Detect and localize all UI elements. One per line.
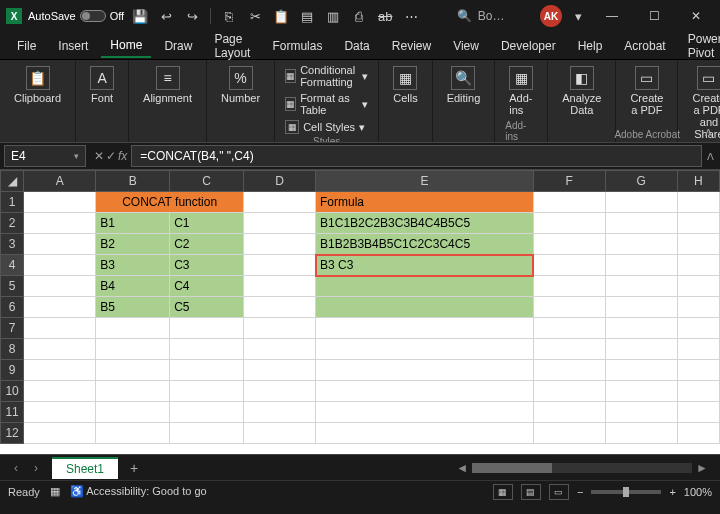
menu-view[interactable]: View: [444, 35, 488, 57]
close-icon[interactable]: ✕: [678, 2, 714, 30]
cell[interactable]: [244, 381, 316, 402]
copy-icon[interactable]: ⎘: [219, 6, 239, 26]
cell[interactable]: [170, 318, 244, 339]
cell[interactable]: [605, 381, 677, 402]
cell[interactable]: [244, 255, 316, 276]
save-icon[interactable]: 💾: [130, 6, 150, 26]
next-sheet-icon[interactable]: ›: [26, 461, 46, 475]
prev-sheet-icon[interactable]: ‹: [6, 461, 26, 475]
toggle-icon[interactable]: [80, 10, 106, 22]
cell[interactable]: [244, 192, 316, 213]
cell[interactable]: [605, 318, 677, 339]
name-box[interactable]: E4▾: [4, 145, 86, 167]
cell[interactable]: B5: [96, 297, 170, 318]
cell[interactable]: [170, 402, 244, 423]
editing-button[interactable]: 🔍Editing: [443, 64, 485, 106]
zoom-slider[interactable]: [591, 490, 661, 494]
fx-icon[interactable]: fx: [118, 149, 127, 163]
cell[interactable]: [533, 213, 605, 234]
zoom-in-icon[interactable]: +: [669, 486, 675, 498]
cell[interactable]: [677, 255, 719, 276]
cell[interactable]: C4: [170, 276, 244, 297]
cell[interactable]: [605, 402, 677, 423]
cell[interactable]: [677, 318, 719, 339]
redo-icon[interactable]: ↪: [182, 6, 202, 26]
cell[interactable]: B1B2B3B4B5C1C2C3C4C5: [316, 234, 534, 255]
cell[interactable]: [533, 423, 605, 444]
row-header[interactable]: 10: [1, 381, 24, 402]
strike-icon[interactable]: ab: [375, 6, 395, 26]
cell[interactable]: [316, 360, 534, 381]
cell[interactable]: [533, 318, 605, 339]
collapse-ribbon-icon[interactable]: ᐱ: [705, 127, 712, 138]
row-header[interactable]: 11: [1, 402, 24, 423]
new-icon[interactable]: ▤: [297, 6, 317, 26]
cell[interactable]: [24, 318, 96, 339]
print-icon[interactable]: ⎙: [349, 6, 369, 26]
cell[interactable]: [677, 423, 719, 444]
cell[interactable]: Formula: [316, 192, 534, 213]
paste-icon[interactable]: 📋: [271, 6, 291, 26]
cells-button[interactable]: ▦Cells: [389, 64, 421, 106]
menu-home[interactable]: Home: [101, 34, 151, 58]
cell[interactable]: [533, 339, 605, 360]
cell[interactable]: [605, 213, 677, 234]
row-header[interactable]: 9: [1, 360, 24, 381]
cell[interactable]: [170, 339, 244, 360]
cell[interactable]: [533, 192, 605, 213]
row-header[interactable]: 1: [1, 192, 24, 213]
cell[interactable]: C3: [170, 255, 244, 276]
menu-acrobat[interactable]: Acrobat: [615, 35, 674, 57]
cell[interactable]: [244, 234, 316, 255]
zoom-level[interactable]: 100%: [684, 486, 712, 498]
menu-formulas[interactable]: Formulas: [263, 35, 331, 57]
paste-button[interactable]: 📋Clipboard: [10, 64, 65, 106]
cell[interactable]: [316, 276, 534, 297]
cell[interactable]: [533, 234, 605, 255]
cell[interactable]: [605, 255, 677, 276]
horizontal-scrollbar[interactable]: [472, 463, 692, 473]
row-header[interactable]: 6: [1, 297, 24, 318]
ribbon-options-icon[interactable]: ▾: [568, 6, 588, 26]
cell[interactable]: [316, 423, 534, 444]
row-header[interactable]: 7: [1, 318, 24, 339]
cell[interactable]: [244, 213, 316, 234]
cell[interactable]: [24, 255, 96, 276]
cell[interactable]: C5: [170, 297, 244, 318]
accessibility-status[interactable]: ♿ Accessibility: Good to go: [70, 485, 207, 498]
spreadsheet-grid[interactable]: ◢ A B C D E F G H 1CONCAT functionFormul…: [0, 170, 720, 454]
stats-icon[interactable]: ▦: [50, 485, 60, 498]
cell[interactable]: [96, 339, 170, 360]
cell-styles-button[interactable]: ▦Cell Styles ▾: [285, 120, 368, 134]
cell[interactable]: [170, 423, 244, 444]
cell[interactable]: [677, 213, 719, 234]
font-button[interactable]: AFont: [86, 64, 118, 106]
cell[interactable]: [316, 318, 534, 339]
col-header-A[interactable]: A: [24, 171, 96, 192]
cell[interactable]: [316, 402, 534, 423]
cell[interactable]: B1: [96, 213, 170, 234]
analyze-button[interactable]: ◧Analyze Data: [558, 64, 605, 118]
minimize-icon[interactable]: —: [594, 2, 630, 30]
menu-page-layout[interactable]: Page Layout: [205, 28, 259, 64]
cell[interactable]: [677, 234, 719, 255]
col-header-F[interactable]: F: [533, 171, 605, 192]
col-header-D[interactable]: D: [244, 171, 316, 192]
cell[interactable]: [605, 339, 677, 360]
scrollbar-thumb[interactable]: [472, 463, 552, 473]
menu-power-pivot[interactable]: Power Pivot: [679, 28, 720, 64]
cell[interactable]: [96, 360, 170, 381]
share-pdf-button[interactable]: ▭Create a PDF and Share link: [688, 64, 720, 154]
cell[interactable]: [533, 255, 605, 276]
add-sheet-button[interactable]: +: [118, 460, 150, 476]
cell[interactable]: [677, 402, 719, 423]
search-box[interactable]: 🔍 Bo…: [457, 9, 505, 23]
expand-formula-icon[interactable]: ᐱ: [707, 151, 714, 162]
page-layout-view-icon[interactable]: ▤: [521, 484, 541, 500]
cell[interactable]: [677, 381, 719, 402]
cell[interactable]: B3: [96, 255, 170, 276]
cell[interactable]: [244, 297, 316, 318]
cell-selected[interactable]: B3 C3: [316, 255, 534, 276]
row-header[interactable]: 4: [1, 255, 24, 276]
create-pdf-button[interactable]: ▭Create a PDF: [626, 64, 667, 118]
